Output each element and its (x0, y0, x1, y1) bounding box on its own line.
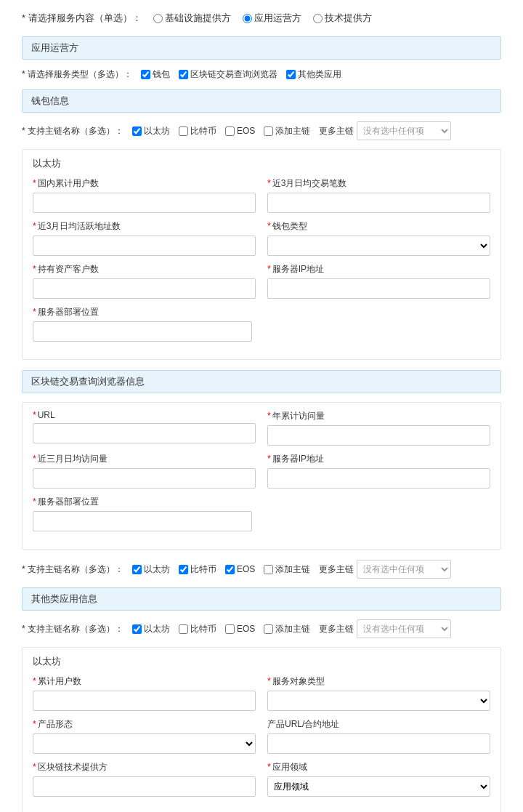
radio-item-3[interactable]: 技术提供方 (313, 12, 372, 25)
main-content: * 请选择服务内容（单选）： 基础设施提供方 应用运营方 技术提供方 应用运营方… (0, 0, 523, 812)
browser-section-title: 区块链交易查询浏览器信息 (31, 376, 145, 387)
other-field-url: 产品URL/合约地址 (267, 718, 490, 754)
radio-tech[interactable] (313, 14, 323, 23)
browser-chain-btc[interactable]: 比特币 (179, 563, 216, 576)
other-field-tech: *区块链技术提供方 (33, 761, 256, 797)
other-eos-input[interactable] (225, 624, 235, 634)
wallet-add-label: 添加主链 (275, 125, 310, 137)
browser-chain-eos[interactable]: EOS (225, 564, 255, 574)
wallet-field-users: *国内累计用户数 (33, 177, 256, 213)
other-domain-select[interactable]: 应用领域 (267, 776, 490, 797)
wallet-tx-input[interactable] (267, 193, 490, 213)
browser-row3: *服务器部署位置 (33, 496, 490, 531)
other-chain-add[interactable]: 添加主链 (264, 623, 310, 635)
other-target-select[interactable] (267, 691, 490, 711)
wallet-type-select[interactable] (267, 236, 490, 256)
wallet-loc-input[interactable] (33, 321, 252, 342)
wallet-eth-input[interactable] (132, 126, 142, 136)
wallet-field-ip: *服务器IP地址 (267, 263, 490, 299)
wallet-add-input[interactable] (264, 126, 273, 136)
browser-eos-label: EOS (237, 564, 255, 574)
radio-item-2[interactable]: 应用运营方 (243, 12, 301, 25)
other-btc-input[interactable] (179, 624, 188, 634)
other-form-select[interactable] (33, 733, 256, 754)
wallet-eos-input[interactable] (225, 126, 235, 136)
top-radio-label: * 请选择服务内容（单选）： (22, 12, 142, 25)
radio-basic[interactable] (153, 14, 163, 23)
browser-loc-input[interactable] (33, 511, 252, 531)
radio-app[interactable] (243, 14, 252, 23)
wallet-chain-eth[interactable]: 以太坊 (132, 125, 170, 137)
other-tech-input[interactable] (33, 776, 256, 797)
wallet-field-addr: *近3月日均活跃地址数 (33, 220, 256, 256)
other-eth-subsection: 以太坊 *累计用户数 *服务对象类型 (22, 647, 501, 812)
browser-add-input[interactable] (264, 565, 273, 574)
wallet-row3: *持有资产客户数 *服务器IP地址 (33, 263, 490, 299)
browser-loc-label: *服务器部署位置 (33, 496, 252, 508)
other-chain-btc[interactable]: 比特币 (179, 623, 216, 635)
other-eth-sub-title: 以太坊 (33, 655, 490, 668)
wallet-row2: *近3月日均活跃地址数 *钱包类型 (33, 220, 490, 256)
browser-field-daily: *近三月日均访问量 (33, 453, 256, 489)
browser-more-label: 更多主链 (319, 563, 354, 576)
top-radio-row: * 请选择服务内容（单选）： 基础设施提供方 应用运营方 技术提供方 (22, 12, 501, 25)
other-more-select[interactable]: 没有选中任何项 (357, 619, 451, 638)
browser-btc-input[interactable] (179, 565, 188, 574)
wallet-asset-input[interactable] (33, 278, 256, 299)
browser-visits-input[interactable] (267, 425, 490, 446)
wallet-chain-eos[interactable]: EOS (225, 126, 255, 136)
wallet-section-title: 钱包信息 (31, 95, 69, 106)
wallet-chain-add[interactable]: 添加主链 (264, 125, 310, 137)
browser-field-url: *URL (33, 410, 256, 446)
wallet-addr-label: *近3月日均活跃地址数 (33, 220, 256, 233)
cb-wallet-input[interactable] (141, 70, 150, 79)
wallet-ip-label: *服务器IP地址 (267, 263, 490, 276)
wallet-users-input[interactable] (33, 193, 256, 213)
browser-btc-label: 比特币 (190, 563, 216, 576)
browser-chain-add[interactable]: 添加主链 (264, 563, 310, 576)
browser-eth-input[interactable] (132, 565, 142, 574)
radio-item-1[interactable]: 基础设施提供方 (153, 12, 231, 25)
other-btc-label: 比特币 (190, 623, 216, 635)
browser-row1: *URL *年累计访问量 (33, 410, 490, 446)
other-chain-eos[interactable]: EOS (225, 624, 255, 634)
cb-wallet[interactable]: 钱包 (141, 68, 170, 81)
browser-eos-input[interactable] (225, 565, 235, 574)
other-chain-row: * 支持主链名称（多选）： 以太坊 比特币 EOS 添加主链 更多主链 没有选中… (22, 619, 501, 638)
browser-url-label: *URL (33, 410, 256, 420)
wallet-addr-input[interactable] (33, 236, 256, 256)
other-users-input[interactable] (33, 691, 256, 711)
browser-chain-eth[interactable]: 以太坊 (132, 563, 170, 576)
app-operator-header: 应用运营方 (22, 36, 501, 60)
wallet-section-header: 钱包信息 (22, 89, 501, 113)
browser-daily-input[interactable] (33, 468, 256, 489)
radio-app-label: 应用运营方 (254, 12, 301, 25)
cb-browser-input[interactable] (179, 70, 188, 79)
other-section-header: 其他类应用信息 (22, 587, 501, 611)
cb-browser[interactable]: 区块链交易查询浏览器 (179, 68, 277, 81)
other-eth-input[interactable] (132, 624, 142, 634)
browser-more-select[interactable]: 没有选中任何项 (357, 560, 451, 579)
cb-other-input[interactable] (286, 70, 296, 79)
other-chain-label: * 支持主链名称（多选）： (22, 623, 123, 635)
browser-ip-input[interactable] (267, 468, 490, 489)
browser-chain-label: * 支持主链名称（多选）： (22, 563, 123, 576)
other-add-input[interactable] (264, 624, 273, 634)
wallet-more-select[interactable]: 没有选中任何项 (357, 121, 451, 140)
other-more-chain: 更多主链 没有选中任何项 (319, 619, 451, 638)
cb-other[interactable]: 其他类应用 (286, 68, 341, 81)
wallet-users-label: *国内累计用户数 (33, 177, 256, 190)
wallet-btc-label: 比特币 (190, 125, 216, 137)
other-chain-eth[interactable]: 以太坊 (132, 623, 170, 635)
other-form-label: *产品形态 (33, 718, 256, 731)
other-row2: *产品形态 产品URL/合约地址 (33, 718, 490, 754)
browser-more-chain: 更多主链 没有选中任何项 (319, 560, 451, 579)
browser-url-input[interactable] (33, 423, 256, 443)
wallet-ip-input[interactable] (267, 278, 490, 299)
page-wrapper: * 请选择服务内容（单选）： 基础设施提供方 应用运营方 技术提供方 应用运营方… (0, 0, 523, 812)
wallet-asset-label: *持有资产客户数 (33, 263, 256, 276)
other-add-label: 添加主链 (275, 623, 310, 635)
wallet-chain-btc[interactable]: 比特币 (179, 125, 216, 137)
wallet-btc-input[interactable] (179, 126, 188, 136)
other-url-input[interactable] (267, 733, 490, 754)
